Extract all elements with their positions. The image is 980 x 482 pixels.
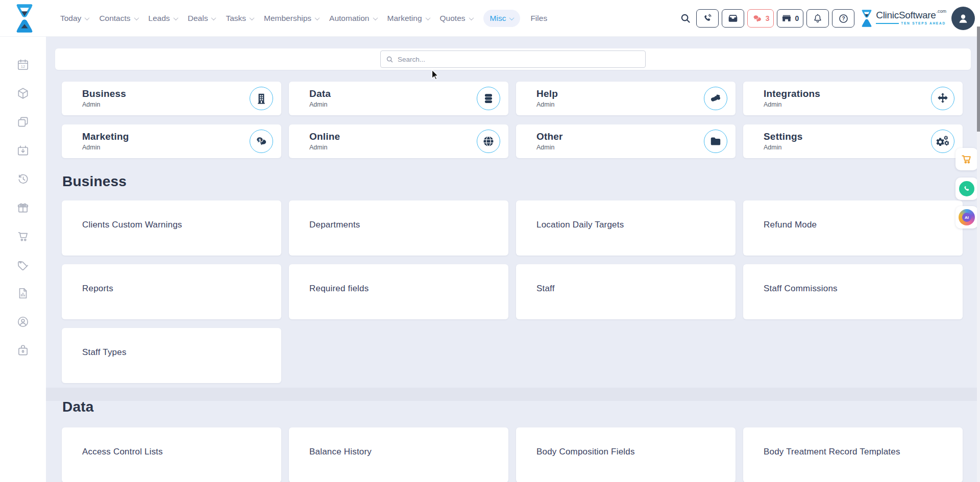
floating-ai-button[interactable]: AI: [955, 206, 978, 229]
business-items-grid: Clients Custom Warnings Departments Loca…: [62, 200, 963, 383]
copy-icon[interactable]: [16, 115, 30, 129]
store-icon: [781, 13, 792, 23]
tile-staff-types[interactable]: Staff Types: [62, 328, 281, 383]
chevron-down-icon: [85, 15, 90, 20]
scrollbar-thumb[interactable]: [977, 27, 980, 132]
report-icon[interactable]: [16, 287, 30, 300]
phone-button[interactable]: [696, 9, 719, 28]
tile-reports[interactable]: Reports: [62, 264, 281, 319]
chevron-down-icon: [250, 15, 255, 20]
nav-label: Misc: [490, 14, 506, 23]
chevron-down-icon: [315, 15, 320, 20]
tile-balance-history[interactable]: Balance History: [289, 427, 508, 482]
cart-icon[interactable]: [16, 230, 30, 243]
nav-item-memberships[interactable]: Memberships: [264, 14, 319, 23]
phone-icon: [702, 13, 713, 23]
tag-icon[interactable]: [16, 258, 30, 271]
history-icon[interactable]: [16, 172, 30, 186]
tile-required-fields[interactable]: Required fields: [289, 264, 508, 319]
nav-item-marketing[interactable]: Marketing: [387, 14, 430, 23]
chevron-down-icon: [373, 15, 378, 20]
category-card-help[interactable]: Help Admin: [516, 82, 736, 115]
calendar-import-icon[interactable]: [16, 144, 30, 157]
search-icon[interactable]: [678, 13, 693, 24]
brand-logo[interactable]: ClinicSoftware .com TEN STEPS AHEAD: [860, 10, 946, 27]
folder-icon: [704, 130, 727, 153]
top-bar: Today Contacts Leads Deals Tasks Members…: [0, 0, 980, 37]
search-bar: [55, 48, 971, 70]
nav-item-files[interactable]: Files: [530, 14, 547, 23]
nav-label: Files: [530, 14, 547, 23]
chevron-down-icon: [173, 15, 178, 20]
ai-icon: AI: [959, 209, 975, 225]
brand-name: ClinicSoftware: [876, 10, 936, 21]
nav-label: Deals: [188, 14, 208, 23]
svg-text:?: ?: [842, 16, 845, 21]
tile-access-control-lists[interactable]: Access Control Lists: [62, 427, 281, 482]
package-icon[interactable]: [16, 87, 30, 100]
nav-item-misc[interactable]: Misc: [483, 10, 521, 27]
nav-item-tasks[interactable]: Tasks: [226, 14, 254, 23]
gift-icon[interactable]: [16, 201, 30, 214]
category-card-business[interactable]: Business Admin: [62, 82, 281, 115]
nav-item-deals[interactable]: Deals: [188, 14, 216, 23]
handshake-icon: [704, 87, 727, 110]
nav-label: Leads: [149, 14, 170, 23]
app-logo-icon[interactable]: [13, 4, 36, 33]
user-avatar[interactable]: [951, 7, 975, 30]
tile-location-daily-targets[interactable]: Location Daily Targets: [516, 200, 736, 256]
ai-label: AI: [962, 213, 971, 222]
category-card-settings[interactable]: Settings Admin: [743, 124, 963, 158]
nav-label: Marketing: [387, 14, 422, 23]
category-card-data[interactable]: Data Admin: [289, 82, 508, 115]
chevron-down-icon: [509, 15, 514, 20]
data-items-grid: Access Control Lists Balance History Bod…: [62, 427, 963, 482]
tile-body-composition-fields[interactable]: Body Composition Fields: [516, 427, 736, 482]
bell-icon: [813, 13, 823, 23]
category-card-marketing[interactable]: Marketing Admin $: [62, 124, 281, 158]
content-panel: Business Admin Data Admin: [46, 37, 977, 482]
nav-item-automation[interactable]: Automation: [329, 14, 377, 23]
tile-staff[interactable]: Staff: [516, 264, 736, 319]
category-card-other[interactable]: Other Admin: [516, 124, 736, 158]
tile-clients-custom-warnings[interactable]: Clients Custom Warnings: [62, 200, 281, 256]
tile-staff-commissions[interactable]: Staff Commissions: [743, 264, 963, 319]
store-button[interactable]: 0: [777, 9, 803, 28]
nav-item-leads[interactable]: Leads: [149, 14, 178, 23]
main-area: 12: [0, 37, 980, 482]
chevron-down-icon: [469, 15, 474, 20]
nav-item-quotes[interactable]: Quotes: [440, 14, 473, 23]
floating-cart-button[interactable]: [955, 148, 978, 170]
svg-text:12: 12: [21, 64, 25, 69]
nav-item-today[interactable]: Today: [60, 14, 89, 23]
chat-button[interactable]: 3: [747, 9, 774, 28]
section-title-data: Data: [62, 399, 94, 415]
help-icon: ?: [838, 13, 849, 24]
notifications-button[interactable]: [806, 9, 829, 28]
briefcase-lock-icon[interactable]: [16, 344, 30, 357]
help-button[interactable]: ?: [832, 9, 854, 28]
category-card-online[interactable]: Online Admin: [289, 124, 508, 158]
brand-text: ClinicSoftware .com TEN STEPS AHEAD: [876, 10, 946, 25]
category-card-integrations[interactable]: Integrations Admin: [743, 82, 963, 115]
chevron-down-icon: [134, 15, 139, 20]
floating-whatsapp-button[interactable]: [955, 177, 978, 200]
tile-departments[interactable]: Departments: [289, 200, 508, 256]
search-input[interactable]: [398, 56, 640, 63]
inbox-button[interactable]: [722, 9, 744, 28]
page: Today Contacts Leads Deals Tasks Members…: [0, 0, 980, 482]
section-title-business: Business: [62, 173, 127, 190]
tile-body-treatment-record-templates[interactable]: Body Treatment Record Templates: [743, 427, 963, 482]
search-box[interactable]: [380, 50, 646, 68]
calendar-icon[interactable]: 12: [16, 58, 30, 71]
nav-label: Automation: [329, 14, 369, 23]
nav-item-contacts[interactable]: Contacts: [99, 14, 138, 23]
person-icon: [956, 11, 970, 26]
account-icon[interactable]: [16, 315, 30, 328]
nav-label: Contacts: [99, 14, 130, 23]
nav-label: Tasks: [226, 14, 246, 23]
comments-dollar-icon: $: [250, 130, 273, 153]
section-divider: [46, 388, 977, 401]
tile-refund-mode[interactable]: Refund Mode: [743, 200, 963, 256]
svg-text:$: $: [259, 138, 261, 142]
